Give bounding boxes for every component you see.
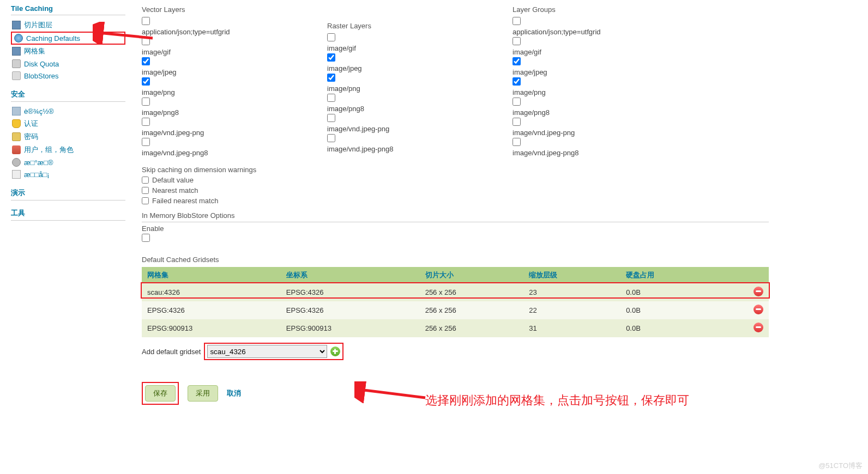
vector-format-label-1: image/gif	[142, 48, 305, 56]
gridset-cell: EPSG:4326	[281, 301, 420, 319]
th-tilesize[interactable]: 切片大小	[420, 267, 524, 283]
wrench-icon	[12, 107, 21, 116]
raster-format-checkbox-5[interactable]	[327, 134, 335, 142]
raster-format-label-1: image/jpeg	[327, 64, 491, 72]
th-gridset[interactable]: 网格集	[142, 267, 281, 283]
svg-line-1	[98, 33, 153, 38]
vector-format-checkbox-3[interactable]	[142, 77, 150, 86]
user-icon	[12, 145, 21, 154]
group-format-label-2: image/jpeg	[513, 68, 676, 76]
memory-blobstore-title: In Memory BlobStore Options	[142, 211, 857, 220]
gridset-cell: 0.0B	[620, 301, 718, 319]
th-crs[interactable]: 坐标系	[281, 267, 420, 283]
save-button[interactable]: 保存	[145, 385, 176, 402]
group-format-label-3: image/png	[513, 88, 676, 96]
skip-failed-nearest-label: Failed nearest match	[152, 197, 218, 205]
arrow-annotation-icon	[93, 22, 158, 44]
sidebar-item-password[interactable]: 密码	[11, 130, 125, 143]
sidebar-item-blobstores[interactable]: BlobStores	[11, 70, 125, 82]
raster-format-checkbox-2[interactable]	[327, 74, 335, 82]
th-disk[interactable]: 硬盘占用	[620, 267, 718, 283]
vector-layers-title: Vector Layers	[142, 5, 305, 14]
vector-format-checkbox-5[interactable]	[142, 118, 150, 126]
layer-icon	[12, 21, 21, 29]
group-format-checkbox-4[interactable]	[513, 98, 521, 106]
annotation-text: 选择刚刚添加的网格集，点击加号按钮，保存即可	[425, 392, 689, 409]
sidebar-item-auth[interactable]: 认证	[11, 117, 125, 130]
gridsets-table: 网格集 坐标系 切片大小 缩放层级 硬盘占用 scau:4326EPSG:432…	[142, 267, 769, 337]
group-format-label-6: image/vnd.jpeg-png8	[513, 149, 676, 157]
group-format-checkbox-1[interactable]	[513, 37, 521, 45]
vector-format-checkbox-6[interactable]	[142, 138, 150, 146]
raster-format-label-0: image/gif	[327, 44, 491, 52]
vector-format-checkbox-4[interactable]	[142, 98, 150, 106]
skip-nearest-match-checkbox[interactable]	[142, 187, 149, 194]
sidebar-item-gridsets[interactable]: 网格集	[11, 45, 125, 58]
gridset-cell: 22	[523, 301, 620, 319]
group-format-checkbox-6[interactable]	[513, 138, 521, 146]
vector-format-label-4: image/png8	[142, 108, 305, 117]
delete-gridset-icon[interactable]	[754, 323, 763, 332]
add-gridset-icon[interactable]	[330, 347, 340, 356]
sidebar-item-disk-quota[interactable]: Disk Quota	[11, 58, 125, 70]
raster-format-checkbox-1[interactable]	[327, 53, 335, 62]
skip-caching-title: Skip caching on dimension warnings	[142, 166, 857, 174]
skip-default-value-label: Default value	[152, 176, 194, 184]
globe-icon	[14, 34, 23, 42]
gridset-cell: EPSG:900913	[281, 319, 420, 337]
gridset-cell: EPSG:4326	[142, 301, 281, 319]
enable-label: Enable	[142, 224, 857, 233]
demo-header[interactable]: 演示	[11, 188, 125, 200]
sidebar-item-settings[interactable]: è®¾ç½®	[11, 105, 125, 117]
gridset-row: EPSG:900913EPSG:900913256 x 256310.0B	[142, 319, 769, 337]
gridset-cell: 256 x 256	[420, 319, 524, 337]
skip-nearest-match-label: Nearest match	[152, 186, 198, 195]
default-gridsets-title: Default Cached Gridsets	[142, 256, 857, 264]
raster-format-checkbox-0[interactable]	[327, 33, 335, 41]
gridset-cell: 31	[523, 319, 620, 337]
layer-groups-title: Layer Groups	[513, 5, 676, 14]
vector-format-label-0: application/json;type=utfgrid	[142, 28, 305, 36]
enable-memory-checkbox[interactable]	[142, 234, 150, 242]
sidebar-item-data[interactable]: æ□°æ□®	[11, 156, 125, 168]
tools-header[interactable]: 工具	[11, 208, 125, 221]
raster-format-label-4: image/vnd.jpeg-png	[327, 125, 491, 133]
gridset-row: EPSG:4326EPSG:4326256 x 256220.0B	[142, 301, 769, 319]
group-format-label-1: image/gif	[513, 48, 676, 56]
raster-format-checkbox-4[interactable]	[327, 114, 335, 122]
tile-caching-header: Tile Caching	[11, 4, 125, 15]
group-format-label-4: image/png8	[513, 108, 676, 117]
gridset-cell: 256 x 256	[420, 301, 524, 319]
skip-failed-nearest-checkbox[interactable]	[142, 197, 149, 204]
vector-format-checkbox-2[interactable]	[142, 57, 150, 65]
gridset-cell: EPSG:900913	[142, 319, 281, 337]
raster-format-label-2: image/png	[327, 84, 491, 93]
skip-default-value-checkbox[interactable]	[142, 177, 149, 184]
add-gridset-label: Add default gridset	[142, 348, 201, 356]
apply-button[interactable]: 采用	[188, 385, 218, 402]
cancel-link[interactable]: 取消	[227, 388, 241, 398]
disk-icon	[12, 59, 21, 68]
vector-format-label-5: image/vnd.jpeg-png	[142, 129, 305, 137]
group-format-checkbox-2[interactable]	[513, 57, 521, 65]
group-format-checkbox-5[interactable]	[513, 118, 521, 126]
group-format-checkbox-3[interactable]	[513, 77, 521, 86]
vector-format-label-6: image/vnd.jpeg-png8	[142, 149, 305, 157]
sidebar-item-service[interactable]: æ□□å□¡	[11, 168, 125, 180]
group-format-checkbox-0[interactable]	[513, 17, 521, 25]
raster-layers-title: Raster Layers	[327, 22, 491, 30]
gridset-cell: 0.0B	[620, 319, 718, 337]
lock-icon	[12, 132, 21, 141]
gear-icon	[12, 158, 21, 167]
raster-format-label-5: image/vnd.jpeg-png8	[327, 145, 491, 153]
arrow-annotation-icon	[354, 381, 431, 403]
sidebar-item-users[interactable]: 用户，组，角色	[11, 143, 125, 156]
grid-icon	[12, 47, 21, 56]
th-zoom[interactable]: 缩放层级	[523, 267, 620, 283]
blob-icon	[12, 71, 21, 80]
raster-format-checkbox-3[interactable]	[327, 94, 335, 102]
delete-gridset-icon[interactable]	[754, 305, 763, 314]
add-gridset-select[interactable]: scau_4326	[207, 345, 327, 358]
shield-icon	[12, 119, 21, 128]
security-header: 安全	[11, 89, 125, 102]
